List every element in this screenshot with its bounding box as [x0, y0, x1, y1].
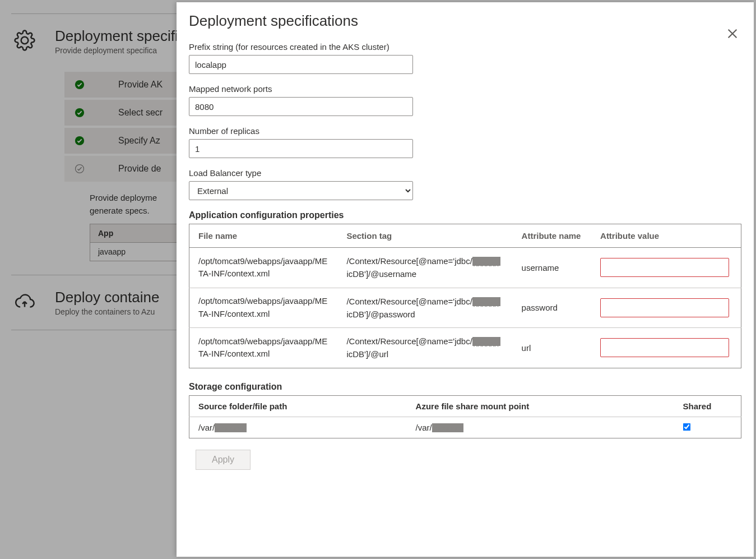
lb-select[interactable]: External — [189, 181, 413, 200]
file-cell: /opt/tomcat9/webapps/javaapp/META-INF/co… — [189, 288, 338, 328]
panel-title: Deployment specifications — [189, 12, 741, 30]
attrname-cell: password — [513, 288, 591, 328]
redacted-text: xxxxxxx — [432, 423, 464, 432]
redacted-text: xxxxxx — [472, 297, 500, 306]
source-cell: /var/xxxxxxx — [189, 417, 407, 438]
replicas-label: Number of replicas — [189, 126, 741, 136]
attrval-input[interactable] — [600, 338, 729, 357]
deployment-spec-panel: Deployment specifications Prefix string … — [177, 2, 754, 557]
replicas-input[interactable] — [189, 139, 413, 158]
col-mount: Azure file share mount point — [407, 395, 674, 417]
lb-label: Load Balancer type — [189, 168, 741, 178]
storage-row: /var/xxxxxxx /var/xxxxxxx — [189, 417, 741, 438]
close-button[interactable] — [723, 25, 741, 43]
col-file: File name — [189, 224, 338, 248]
appconfig-table: File name Section tag Attribute name Att… — [189, 224, 741, 368]
redacted-text: xxxxxx — [472, 337, 500, 346]
attrname-cell: username — [513, 248, 591, 288]
appconfig-row: /opt/tomcat9/webapps/javaapp/META-INF/co… — [189, 328, 741, 368]
appconfig-row: /opt/tomcat9/webapps/javaapp/META-INF/co… — [189, 248, 741, 288]
section-cell: /Context/Resource[@name='jdbc/xxxxxx icD… — [337, 328, 512, 368]
file-cell: /opt/tomcat9/webapps/javaapp/META-INF/co… — [189, 328, 338, 368]
appconfig-row: /opt/tomcat9/webapps/javaapp/META-INF/co… — [189, 288, 741, 328]
storage-heading: Storage configuration — [189, 382, 741, 392]
redacted-text: xxxxxxx — [215, 423, 247, 432]
section-cell: /Context/Resource[@name='jdbc/xxxxxx icD… — [337, 288, 512, 328]
attrval-input[interactable] — [600, 298, 729, 317]
attrval-input[interactable] — [600, 258, 729, 277]
shared-checkbox[interactable] — [683, 423, 690, 431]
ports-label: Mapped network ports — [189, 84, 741, 94]
col-source: Source folder/file path — [189, 395, 407, 417]
appconfig-heading: Application configuration properties — [189, 210, 741, 220]
col-attrname: Attribute name — [513, 224, 591, 248]
section-cell: /Context/Resource[@name='jdbc/xxxxxx icD… — [337, 248, 512, 288]
redacted-text: xxxxxx — [472, 257, 500, 266]
file-cell: /opt/tomcat9/webapps/javaapp/META-INF/co… — [189, 248, 338, 288]
col-attrval: Attribute value — [591, 224, 741, 248]
attrname-cell: url — [513, 328, 591, 368]
storage-table: Source folder/file path Azure file share… — [189, 395, 741, 438]
col-section: Section tag — [337, 224, 512, 248]
prefix-label: Prefix string (for resources created in … — [189, 42, 741, 52]
ports-input[interactable] — [189, 97, 413, 116]
prefix-input[interactable] — [189, 55, 413, 74]
apply-button[interactable]: Apply — [196, 450, 251, 470]
close-icon — [726, 27, 739, 40]
col-shared: Shared — [674, 395, 741, 417]
mount-cell: /var/xxxxxxx — [407, 417, 674, 438]
